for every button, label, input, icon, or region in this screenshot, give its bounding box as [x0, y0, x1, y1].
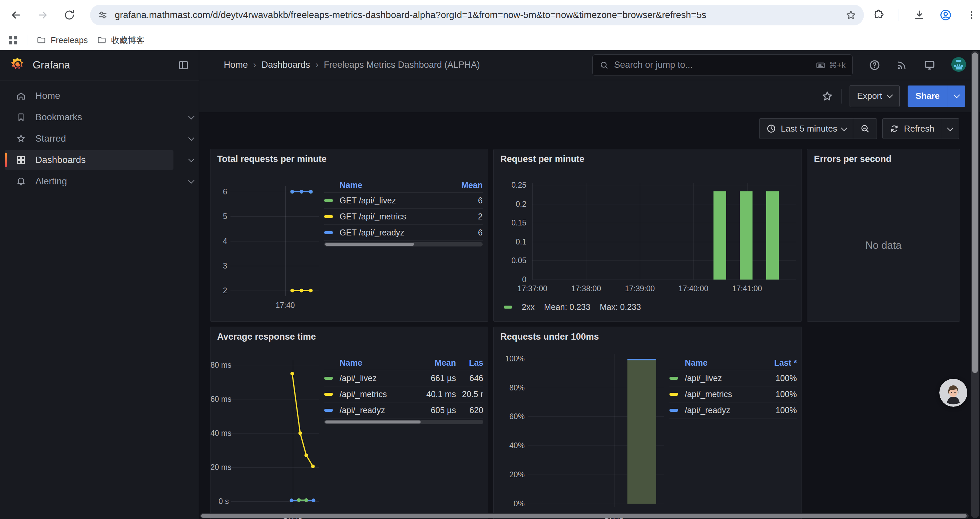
sidebar: Grafana Home: [0, 50, 199, 519]
breadcrumb-dashboards[interactable]: Dashboards: [261, 60, 310, 70]
reload-icon[interactable]: [64, 9, 75, 21]
breadcrumb-home[interactable]: Home: [224, 60, 248, 70]
address-bar[interactable]: grafana.mathmast.com/d/deytv4rwavabkb/fr…: [90, 5, 864, 26]
back-icon[interactable]: [10, 9, 22, 21]
no-data-message: No data: [807, 240, 960, 251]
panel-request-per-minute: Request per minute 0.250.20.150.10.050 1…: [493, 149, 802, 322]
series-color-pill: [324, 199, 333, 202]
panel-requests-under-100ms: Requests under 100ms 100%80%60%40%20%0% …: [493, 327, 802, 519]
share-dropdown-button[interactable]: [948, 86, 965, 107]
y-axis: 0.250.20.150.10.050: [494, 183, 527, 279]
sidebar-item-label: Home: [35, 91, 60, 101]
refresh-interval-dropdown[interactable]: [941, 118, 959, 139]
panel-total-requests-per-minute: Total requests per minute 65432 17:40 Na…: [210, 149, 488, 322]
floating-assistant-avatar[interactable]: [939, 379, 967, 407]
line-chart: 17:40: [231, 360, 319, 507]
sidebar-item-label: Alerting: [35, 176, 67, 187]
vertical-scrollbar: [971, 51, 979, 518]
dashboard-actions-bar: Export Share: [199, 80, 980, 112]
expand-chevron-icon[interactable]: [183, 180, 199, 183]
panel-title[interactable]: Requests under 100ms: [500, 332, 599, 342]
star-icon: [16, 134, 26, 144]
sidebar-item-bookmarks: Bookmarks: [5, 107, 199, 128]
legend-scrollbar[interactable]: [324, 420, 483, 424]
legend-scrollbar[interactable]: [324, 242, 483, 246]
help-icon[interactable]: [869, 59, 881, 71]
profile-icon[interactable]: [939, 9, 952, 21]
horizontal-scrollbar: [200, 513, 969, 518]
screen: grafana.mathmast.com/d/deytv4rwavabkb/fr…: [0, 0, 980, 519]
y-axis: 80 ms60 ms40 ms20 ms0 s: [210, 360, 229, 507]
browser-menu-icon[interactable]: [966, 10, 977, 21]
sidebar-item-alerting: Alerting: [5, 171, 199, 192]
news-rss-icon[interactable]: [896, 59, 908, 71]
export-button[interactable]: Export: [850, 85, 900, 107]
panel-title[interactable]: Request per minute: [500, 154, 584, 164]
sidebar-item-label: Starred: [35, 133, 66, 144]
series-color-pill: [670, 393, 678, 396]
legend-row: /api/_readyz 100%: [670, 402, 797, 418]
share-button-main[interactable]: Share: [908, 86, 948, 107]
bar-chart: 17:40: [528, 354, 664, 507]
legend-table: Name Last * /api/_livez 100% /api/_metri…: [670, 356, 797, 418]
legend-row: /api/_livez 661 µs 646: [324, 370, 483, 386]
kiosk-monitor-icon[interactable]: [923, 59, 936, 72]
legend-table: Name Mean GET /api/_livez 6 GET /api/_me…: [324, 178, 483, 246]
panel-errors-per-second: Errors per second No data: [807, 149, 960, 322]
bar-chart: 17:37:0017:38:0017:39:0017:40:0017:41:00: [532, 183, 796, 279]
series-color-pill: [324, 393, 333, 396]
time-range-group: Last 5 minutes: [759, 118, 877, 139]
chevron-down-icon: [886, 92, 892, 98]
bookmark-folder-blogs[interactable]: 收藏博客: [97, 35, 145, 46]
sidebar-collapse-icon[interactable]: [178, 60, 189, 70]
legend-row: GET /api/_livez 6: [324, 192, 483, 208]
apps-grid-icon[interactable]: [9, 36, 18, 45]
site-settings-icon[interactable]: [97, 10, 108, 21]
active-indicator: [5, 153, 7, 167]
folder-icon: [97, 35, 107, 45]
refresh-button[interactable]: Refresh: [883, 118, 941, 139]
home-icon: [16, 91, 26, 101]
panel-title[interactable]: Errors per second: [814, 154, 892, 164]
line-chart: 17:40: [231, 186, 319, 296]
search-input[interactable]: Search or jump to... ⌘+k: [592, 54, 853, 76]
legend-inline: 2xx Mean: 0.233 Max: 0.233: [504, 302, 641, 312]
keyboard-icon: [816, 60, 826, 70]
user-avatar[interactable]: [951, 57, 966, 73]
series-color-pill: [324, 231, 333, 234]
search-icon: [600, 61, 609, 70]
legend-row: /api/_metrics 40.1 ms 20.5 r: [324, 386, 483, 402]
vertical-scrollbar-thumb[interactable]: [972, 53, 978, 373]
grafana-logo-icon[interactable]: [10, 57, 25, 73]
legend-row: /api/_readyz 605 µs 620: [324, 402, 483, 418]
bookmarks-divider: [27, 35, 27, 45]
sidebar-menu: Home Bookmarks: [0, 80, 199, 192]
y-axis: 100%80%60%40%20%0%: [494, 354, 525, 507]
panel-title[interactable]: Total requests per minute: [217, 154, 326, 164]
expand-chevron-icon[interactable]: [183, 116, 199, 118]
header-icons: [869, 57, 966, 73]
expand-chevron-icon[interactable]: [183, 137, 199, 140]
expand-chevron-icon[interactable]: [183, 159, 199, 161]
extensions-icon[interactable]: [873, 9, 885, 21]
share-button: Share: [908, 86, 965, 107]
chevron-down-icon: [841, 125, 847, 131]
series-color-pill: [324, 215, 333, 218]
horizontal-scrollbar-thumb[interactable]: [201, 514, 967, 517]
favorite-star-icon[interactable]: [821, 90, 833, 102]
forward-icon[interactable]: [37, 9, 49, 21]
folder-icon: [37, 35, 46, 45]
series-color-pill: [324, 377, 333, 380]
zoom-out-button[interactable]: [853, 118, 877, 139]
search-placeholder: Search or jump to...: [614, 60, 810, 70]
search-shortcut: ⌘+k: [816, 60, 846, 70]
sidebar-item-starred: Starred: [5, 128, 199, 149]
legend-table: Name Mean Las /api/_livez 661 µs 646 /ap…: [324, 356, 483, 424]
bookmark-folder-freeleaps[interactable]: Freeleaps: [37, 35, 88, 45]
bookmark-star-icon[interactable]: [845, 10, 857, 21]
actions-divider: [841, 89, 842, 104]
download-icon[interactable]: [913, 9, 925, 21]
panel-title[interactable]: Average response time: [217, 332, 316, 342]
time-range-picker[interactable]: Last 5 minutes: [759, 118, 853, 139]
bookmark-label: Freeleaps: [51, 35, 88, 45]
